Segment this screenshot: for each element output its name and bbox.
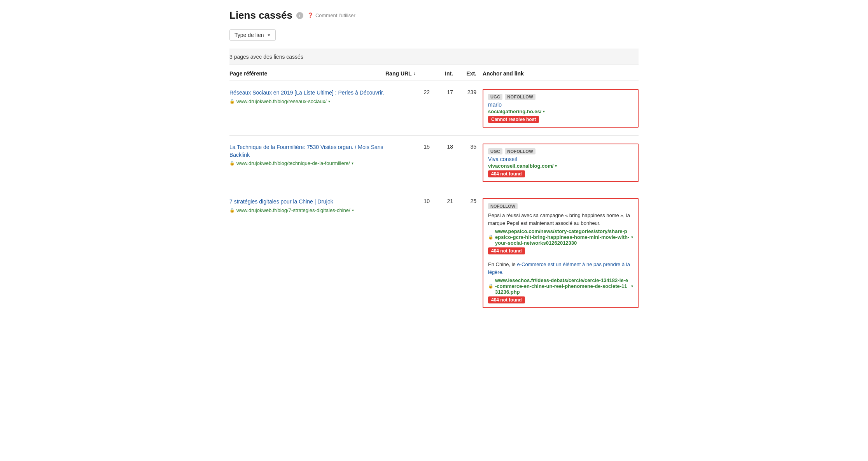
url-dropdown-arrow-1[interactable]: ▾ — [328, 99, 330, 103]
col-header-ext: Ext. — [459, 70, 483, 77]
ext-value-3: 25 — [459, 198, 483, 204]
table-row: La Technique de la Fourmilière: 7530 Vis… — [229, 136, 639, 190]
lock-icon-3-1: 🔒 — [488, 235, 494, 240]
anchor-url-3-1[interactable]: www.pepsico.com/news/story-categories/st… — [495, 228, 630, 246]
tag-row-1: UGC NOFOLLOW — [488, 94, 633, 100]
anchor-text-2: Viva conseil — [488, 156, 633, 162]
anchor-entry-3-2: En Chine, le e-Commerce est un élément à… — [488, 261, 633, 303]
anchor-sentence-3-2: En Chine, le e-Commerce est un élément à… — [488, 261, 633, 276]
table-header: Page référente Rang URL ↓ Int. Ext. Anch… — [229, 65, 639, 81]
ext-value-1: 239 — [459, 89, 483, 95]
anchor-url-arrow-3-2[interactable]: ▾ — [631, 284, 633, 288]
page-wrapper: Liens cassés i ❓ Comment l'utiliser Type… — [217, 0, 651, 326]
type-de-lien-dropdown[interactable]: Type de lien ▼ — [229, 29, 276, 41]
int-value-1: 17 — [436, 89, 459, 95]
col-header-anchor: Anchor and link — [483, 70, 639, 77]
tag-row-2: UGC NOFOLLOW — [488, 148, 633, 154]
page-title-link-1[interactable]: Réseaux Sociaux en 2019 [La Liste Ultime… — [229, 89, 385, 97]
page-title: Liens cassés — [229, 9, 292, 21]
tag-nofollow-1: NOFOLLOW — [505, 94, 536, 100]
rang-value-2: 15 — [385, 144, 436, 150]
page-url-line-2: 🔒 www.drujokweb.fr/blog/technique-de-la-… — [229, 160, 385, 166]
anchor-entry-1-1: UGC NOFOLLOW mario socialgathering.ho.es… — [488, 94, 633, 123]
anchor-url-line-3-2: 🔒 www.lesechos.fr/idees-debats/cercle/ce… — [488, 277, 633, 295]
col-header-rang: Rang URL ↓ — [385, 70, 436, 77]
anchor-highlighted-2: UGC NOFOLLOW Viva conseil vivaconseil.ca… — [483, 144, 639, 182]
tag-nofollow-2: NOFOLLOW — [505, 148, 536, 154]
help-link[interactable]: ❓ Comment l'utiliser — [307, 12, 355, 18]
anchor-entry-2-1: UGC NOFOLLOW Viva conseil vivaconseil.ca… — [488, 148, 633, 177]
page-header: Liens cassés i ❓ Comment l'utiliser — [229, 9, 639, 21]
col-header-page: Page référente — [229, 70, 385, 77]
page-ref-cell-2: La Technique de la Fourmilière: 7530 Vis… — [229, 144, 385, 166]
sort-icon[interactable]: ↓ — [413, 71, 416, 76]
page-url-line-3: 🔒 www.drujokweb.fr/blog/7-strategies-dig… — [229, 207, 385, 213]
page-url-link-2[interactable]: www.drujokweb.fr/blog/technique-de-la-fo… — [236, 160, 350, 166]
anchor-url-1[interactable]: socialgathering.ho.es/ — [488, 109, 541, 114]
page-title-link-3[interactable]: 7 stratégies digitales pour la Chine | D… — [229, 198, 385, 206]
status-badge-3-1: 404 not found — [488, 247, 525, 254]
lock-icon-1: 🔒 — [229, 99, 235, 104]
anchor-url-3-2[interactable]: www.lesechos.fr/idees-debats/cercle/cerc… — [495, 277, 630, 295]
status-badge-2: 404 not found — [488, 170, 525, 177]
int-value-2: 18 — [436, 144, 459, 150]
anchor-inline-link-3-2[interactable]: e-Commerce est un élément à ne pas prend… — [488, 261, 630, 275]
anchor-entry-3-1: NOFOLLOW Pepsi a réussi avec sa campagne… — [488, 203, 633, 254]
url-dropdown-arrow-3[interactable]: ▾ — [352, 208, 354, 212]
anchor-sentence-3-1: Pepsi a réussi avec sa campagne « bring … — [488, 212, 633, 227]
ext-value-2: 35 — [459, 144, 483, 150]
page-url-link-3[interactable]: www.drujokweb.fr/blog/7-strategies-digit… — [236, 207, 350, 213]
anchor-url-arrow-3-1[interactable]: ▾ — [631, 235, 633, 239]
anchor-url-arrow-2[interactable]: ▾ — [555, 164, 557, 168]
anchor-url-line-2: vivaconseil.canalblog.com/ ▾ — [488, 163, 633, 169]
page-url-link-1[interactable]: www.drujokweb.fr/blog/reseaux-sociaux/ — [236, 98, 327, 104]
col-header-int: Int. — [436, 70, 459, 77]
tag-nofollow-3: NOFOLLOW — [488, 203, 518, 209]
int-value-3: 21 — [436, 198, 459, 204]
question-icon: ❓ — [307, 12, 313, 18]
table-row: 7 stratégies digitales pour la Chine | D… — [229, 190, 639, 316]
anchor-cell-2: UGC NOFOLLOW Viva conseil vivaconseil.ca… — [483, 144, 639, 182]
anchor-url-line-3-1: 🔒 www.pepsico.com/news/story-categories/… — [488, 228, 633, 246]
status-badge-3-2: 404 not found — [488, 296, 525, 303]
anchor-url-line-1: socialgathering.ho.es/ ▾ — [488, 109, 633, 114]
lock-icon-2: 🔒 — [229, 161, 235, 166]
url-dropdown-arrow-2[interactable]: ▾ — [352, 161, 354, 165]
summary-bar: 3 pages avec des liens cassés — [229, 49, 639, 65]
lock-icon-3: 🔒 — [229, 208, 235, 213]
anchor-url-arrow-1[interactable]: ▾ — [543, 109, 545, 114]
anchor-cell-1: UGC NOFOLLOW mario socialgathering.ho.es… — [483, 89, 639, 128]
rang-value-3: 10 — [385, 198, 436, 204]
rang-value-1: 22 — [385, 89, 436, 95]
status-badge-1: Cannot resolve host — [488, 116, 539, 123]
tag-ugc-1: UGC — [488, 94, 502, 100]
lock-icon-3-2: 🔒 — [488, 284, 494, 289]
info-icon[interactable]: i — [296, 12, 303, 19]
table-container: Page référente Rang URL ↓ Int. Ext. Anch… — [229, 65, 639, 316]
anchor-text-1: mario — [488, 102, 633, 108]
filter-row: Type de lien ▼ — [229, 29, 639, 41]
page-title-link-2[interactable]: La Technique de la Fourmilière: 7530 Vis… — [229, 144, 385, 159]
page-ref-cell-1: Réseaux Sociaux en 2019 [La Liste Ultime… — [229, 89, 385, 104]
page-ref-cell-3: 7 stratégies digitales pour la Chine | D… — [229, 198, 385, 213]
table-row: Réseaux Sociaux en 2019 [La Liste Ultime… — [229, 81, 639, 136]
chevron-down-icon: ▼ — [267, 33, 271, 37]
anchor-url-2[interactable]: vivaconseil.canalblog.com/ — [488, 163, 553, 169]
anchor-highlighted-3: NOFOLLOW Pepsi a réussi avec sa campagne… — [483, 198, 639, 308]
anchor-highlighted-1: UGC NOFOLLOW mario socialgathering.ho.es… — [483, 89, 639, 128]
page-url-line-1: 🔒 www.drujokweb.fr/blog/reseaux-sociaux/… — [229, 98, 385, 104]
tag-ugc-2: UGC — [488, 148, 502, 154]
anchor-cell-3: NOFOLLOW Pepsi a réussi avec sa campagne… — [483, 198, 639, 308]
